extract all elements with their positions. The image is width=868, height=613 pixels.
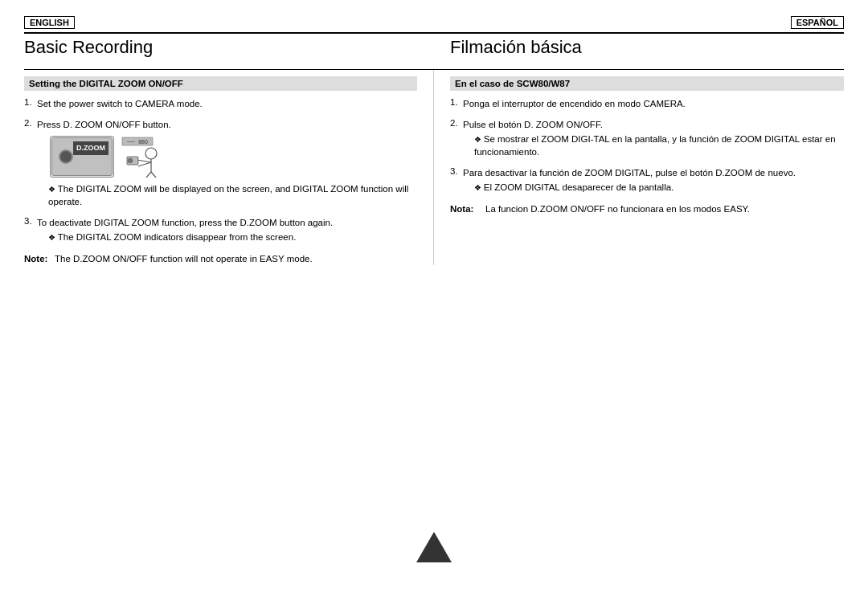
spanish-title-col: Filmación básica: [434, 37, 844, 64]
spanish-header: ESPAÑOL: [434, 16, 844, 32]
svg-line-10: [151, 172, 156, 178]
nota-label: Nota:: [450, 202, 485, 215]
step3-text: To deactivate DIGITAL ZOOM function, pre…: [37, 218, 333, 227]
english-title-col: Basic Recording: [24, 37, 434, 64]
sp-step3-text: Para desactivar la función de ZOOM DIGIT…: [463, 168, 796, 178]
sp-step2-content: Pulse el botón D. ZOOM ON/OFF. Se mostra…: [463, 118, 844, 158]
english-badge: ENGLISH: [24, 16, 75, 29]
spanish-badge: ESPAÑOL: [791, 16, 844, 29]
step3-content: To deactivate DIGITAL ZOOM function, pre…: [37, 216, 417, 243]
svg-line-5: [137, 160, 151, 162]
step2-bullet: The DIGITAL ZOOM will be displayed on th…: [37, 182, 417, 208]
svg-line-9: [146, 172, 151, 178]
svg-line-6: [138, 162, 151, 166]
sp-step1-text: Ponga el interruptor de encendido en mod…: [463, 97, 844, 110]
sp-step3-num: 3.: [450, 166, 463, 176]
sp-step2-text: Pulse el botón D. ZOOM ON/OFF.: [463, 120, 603, 129]
note-text: The D.ZOOM ON/OFF function will not oper…: [55, 252, 313, 265]
english-subsection: Setting the DIGITAL ZOOM ON/OFF: [24, 76, 417, 91]
english-step2: 2. Press D. ZOOM ON/OFF button. D.ZOOM: [24, 118, 417, 208]
step1-text: Set the power switch to CAMERA mode.: [37, 97, 417, 110]
spanish-subsection: En el caso de SCW80/W87: [450, 76, 844, 91]
spanish-title: Filmación básica: [450, 37, 582, 58]
spanish-column: En el caso de SCW80/W87 1. Ponga el inte…: [434, 70, 844, 265]
camera-body: D.ZOOM: [51, 137, 113, 176]
svg-point-8: [128, 158, 133, 163]
english-note: Note: The D.ZOOM ON/OFF function will no…: [24, 252, 417, 265]
step2-content: Press D. ZOOM ON/OFF button. D.ZOOM: [37, 118, 417, 208]
sp-step3-bullet: El ZOOM DIGITAL desaparecer de la pantal…: [463, 181, 844, 194]
spanish-step1: 1. Ponga el interruptor de encendido en …: [450, 97, 844, 110]
camera-box: D.ZOOM: [50, 136, 114, 178]
step1-num: 1.: [24, 97, 37, 107]
main-content: Setting the DIGITAL ZOOM ON/OFF 1. Set t…: [24, 69, 844, 265]
nota-text: La funcion D.ZOOM ON/OFF no funcionara e…: [485, 202, 750, 215]
step3-bullet: The DIGITAL ZOOM indicators disappear fr…: [37, 231, 417, 243]
step2-text: Press D. ZOOM ON/OFF button.: [37, 120, 171, 129]
person-illustration: 880 ──: [121, 136, 165, 178]
step2-num: 2.: [24, 118, 37, 128]
english-title: Basic Recording: [24, 37, 418, 58]
svg-text:──: ──: [126, 139, 135, 145]
page-number: 29: [428, 580, 440, 592]
dzoom-label: D.ZOOM: [73, 141, 108, 155]
english-step1: 1. Set the power switch to CAMERA mode.: [24, 97, 417, 110]
page-number-area: 29: [416, 532, 452, 565]
page: ENGLISH ESPAÑOL Basic Recording Filmació…: [0, 0, 868, 613]
spanish-nota: Nota: La funcion D.ZOOM ON/OFF no funcio…: [450, 202, 844, 215]
step3-num: 3.: [24, 216, 37, 226]
person-svg: 880 ──: [121, 136, 165, 178]
svg-text:880: 880: [138, 139, 148, 145]
sp-step3-content: Para desactivar la función de ZOOM DIGIT…: [463, 166, 844, 194]
sp-step1-num: 1.: [450, 97, 463, 107]
svg-point-3: [145, 148, 157, 159]
page-triangle-icon: [416, 532, 452, 562]
sp-step2-bullet: Se mostrar el ZOOM DIGI-TAL en la pantal…: [463, 133, 844, 158]
english-column: Setting the DIGITAL ZOOM ON/OFF 1. Set t…: [24, 70, 434, 265]
titles-row: Basic Recording Filmación básica: [24, 32, 844, 64]
spanish-step2: 2. Pulse el botón D. ZOOM ON/OFF. Se mos…: [450, 118, 844, 158]
english-step3: 3. To deactivate DIGITAL ZOOM function, …: [24, 216, 417, 243]
zoom-illustration: D.ZOOM 880 ──: [50, 136, 417, 178]
note-label: Note:: [24, 252, 55, 265]
camera-lens: [59, 149, 73, 164]
sp-step2-num: 2.: [450, 118, 463, 128]
page-triangle-container: 29: [416, 532, 452, 565]
spanish-step3: 3. Para desactivar la función de ZOOM DI…: [450, 166, 844, 194]
top-header: ENGLISH ESPAÑOL: [24, 16, 844, 32]
english-header: ENGLISH: [24, 16, 434, 32]
